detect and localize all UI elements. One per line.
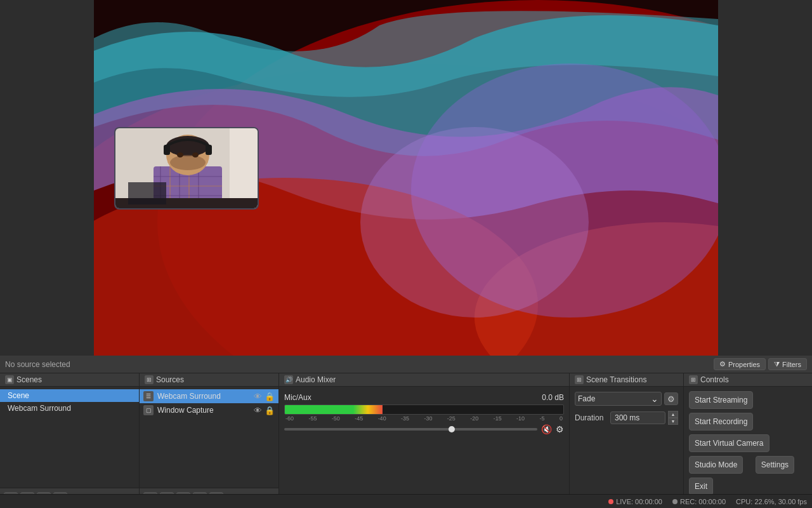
properties-button[interactable]: Properties <box>714 358 766 370</box>
duration-label: Duration <box>575 413 608 422</box>
sources-icon: ⊞ <box>145 375 154 384</box>
live-timer: LIVE: 00:00:00 <box>616 498 662 505</box>
transitions-icon: ⊞ <box>575 375 584 384</box>
duration-up-button[interactable] <box>668 411 678 418</box>
source-lock-button-0[interactable]: 🔒 <box>265 392 275 401</box>
audio-settings-button[interactable]: ⚙ <box>556 424 564 434</box>
duration-input[interactable]: 300 ms <box>610 411 665 424</box>
start-virtual-camera-button[interactable]: Start Virtual Camera <box>689 434 769 452</box>
no-source-label: No source selected <box>5 360 711 369</box>
svg-rect-15 <box>154 176 222 177</box>
source-label-1: Window Capture <box>157 406 214 415</box>
exit-button[interactable]: Exit <box>689 478 713 495</box>
scenes-header-label: Scenes <box>16 375 42 384</box>
left-sidebar <box>0 0 94 356</box>
chevron-down-icon <box>651 394 658 404</box>
right-sidebar <box>718 0 812 356</box>
cpu-status: CPU: 22.6%, 30.00 fps <box>736 498 807 505</box>
scenes-icon: ▣ <box>5 375 14 384</box>
svg-rect-26 <box>128 182 166 204</box>
audio-meter <box>284 404 564 415</box>
svg-rect-24 <box>206 145 212 155</box>
volume-thumb[interactable] <box>449 426 455 432</box>
meter-labels: -60 -55 -50 -45 -40 -35 -30 -25 -20 -15 … <box>284 415 564 422</box>
bottom-panel: No source selected Properties Filters ▣ … <box>0 356 812 508</box>
status-bar: LIVE: 00:00:00 REC: 00:00:00 CPU: 22.6%,… <box>0 494 812 508</box>
duration-row: Duration 300 ms <box>570 408 683 427</box>
controls-header: ⊞ Controls <box>684 373 812 387</box>
svg-point-22 <box>192 152 199 157</box>
svg-point-6 <box>360 127 589 318</box>
source-type-icon-0 <box>143 391 154 401</box>
transition-settings-button[interactable]: ⚙ <box>664 392 678 405</box>
mute-button[interactable]: 🔇 <box>541 424 552 434</box>
scenes-panel-header: ▣ Scenes <box>0 373 139 387</box>
source-eye-button-0[interactable]: 👁 <box>254 392 262 401</box>
sources-panel: ⊞ Sources Webcam Surround 👁 🔒 Window Cap… <box>140 373 279 508</box>
audio-controls: 🔇 ⚙ <box>284 424 564 434</box>
filters-label: Filters <box>782 361 801 368</box>
svg-rect-8 <box>230 128 259 210</box>
rec-indicator <box>672 499 678 504</box>
source-item-window-capture[interactable]: Window Capture 👁 🔒 <box>140 403 278 417</box>
svg-point-20 <box>170 155 206 170</box>
controls-icon: ⊞ <box>689 375 698 384</box>
audio-mixer-label: Audio Mixer <box>296 375 336 384</box>
volume-slider[interactable] <box>284 428 537 431</box>
meter-bar <box>285 405 383 414</box>
preview-area <box>94 0 718 356</box>
controls-panel: ⊞ Controls Start Streaming Start Recordi… <box>684 373 812 508</box>
audio-tracks: Mic/Aux 0.0 dB -60 -55 -50 -45 -40 -35 -… <box>279 387 569 508</box>
duration-value: 300 ms <box>615 413 639 422</box>
rec-timer: REC: 00:00:00 <box>680 498 726 505</box>
settings-button[interactable]: Settings <box>756 456 794 474</box>
sources-header-label: Sources <box>156 375 184 384</box>
properties-label: Properties <box>728 361 760 368</box>
scenes-panel: ▣ Scenes Scene Webcam Surround + − ▲ ▼ <box>0 373 140 508</box>
live-indicator <box>608 499 613 504</box>
transitions-content: Fade ⚙ Duration 300 ms <box>570 387 683 508</box>
filter-icon <box>774 360 780 368</box>
duration-spinbox <box>668 411 678 425</box>
svg-point-21 <box>177 152 183 157</box>
transition-select[interactable]: Fade <box>575 392 662 406</box>
sources-list: Webcam Surround 👁 🔒 Window Capture 👁 🔒 <box>140 387 278 488</box>
toolbar: No source selected Properties Filters <box>0 356 812 373</box>
scenes-list: Scene Webcam Surround <box>0 387 139 488</box>
transitions-header-label: Scene Transitions <box>586 375 646 384</box>
transition-type-row: Fade ⚙ <box>570 389 683 408</box>
scene-item-webcam-surround[interactable]: Webcam Surround <box>0 402 139 415</box>
source-label-0: Webcam Surround <box>157 392 221 401</box>
controls-header-label: Controls <box>700 375 729 384</box>
svg-rect-23 <box>164 145 170 155</box>
audio-track-mic: Mic/Aux 0.0 dB -60 -55 -50 -45 -40 -35 -… <box>279 389 569 438</box>
source-actions-1: 👁 🔒 <box>254 406 275 415</box>
duration-down-button[interactable] <box>668 418 678 425</box>
studio-mode-button[interactable]: Studio Mode <box>689 456 743 474</box>
source-actions-0: 👁 🔒 <box>254 392 275 401</box>
audio-track-name: Mic/Aux <box>284 393 311 402</box>
audio-mixer-header: 🔊 Audio Mixer <box>279 373 569 387</box>
filters-button[interactable]: Filters <box>768 358 807 370</box>
source-eye-button-1[interactable]: 👁 <box>254 406 262 415</box>
audio-icon: 🔊 <box>284 375 293 384</box>
cpu-label: CPU: 22.6%, 30.00 fps <box>736 498 807 505</box>
audio-track-header: Mic/Aux 0.0 dB <box>284 393 564 402</box>
controls-content: Start Streaming Start Recording Start Vi… <box>684 387 812 508</box>
start-streaming-button[interactable]: Start Streaming <box>689 391 753 409</box>
rec-status: REC: 00:00:00 <box>672 498 726 505</box>
panels: ▣ Scenes Scene Webcam Surround + − ▲ ▼ <box>0 373 812 508</box>
start-recording-button[interactable]: Start Recording <box>689 413 753 431</box>
source-lock-button-1[interactable]: 🔒 <box>265 406 275 415</box>
webcam-overlay <box>114 127 259 210</box>
scene-item-scene[interactable]: Scene <box>0 389 139 402</box>
transition-value: Fade <box>578 394 595 403</box>
source-type-icon-1 <box>143 405 154 415</box>
audio-db-value: 0.0 dB <box>542 393 564 402</box>
gear-icon <box>719 360 726 368</box>
source-item-webcam-surround[interactable]: Webcam Surround 👁 🔒 <box>140 389 278 403</box>
audio-mixer-panel: 🔊 Audio Mixer Mic/Aux 0.0 dB -60 -55 -50 <box>279 373 570 508</box>
scene-transitions-panel: ⊞ Scene Transitions Fade ⚙ Duration 300 … <box>570 373 684 508</box>
live-status: LIVE: 00:00:00 <box>608 498 662 505</box>
transitions-header: ⊞ Scene Transitions <box>570 373 683 387</box>
